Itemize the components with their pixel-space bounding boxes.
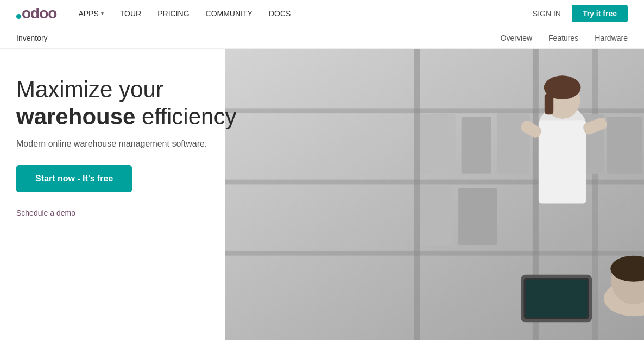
people-illustration <box>225 49 644 340</box>
nav-tour[interactable]: TOUR <box>120 9 141 18</box>
svg-rect-20 <box>225 108 644 113</box>
inventory-title: Inventory <box>16 34 48 42</box>
secondary-nav-links: Overview Features Hardware <box>501 34 628 42</box>
svg-rect-35 <box>539 120 586 203</box>
logo-text: odoo <box>16 5 56 22</box>
svg-rect-34 <box>545 93 553 114</box>
hero-section: Maximize your warehouse efficiency Moder… <box>0 49 644 340</box>
nav-overview[interactable]: Overview <box>501 34 532 42</box>
svg-rect-22 <box>225 251 644 256</box>
apps-chevron-icon: ▾ <box>101 10 104 16</box>
nav-hardware[interactable]: Hardware <box>595 34 628 42</box>
try-free-button[interactable]: Try it free <box>572 5 628 22</box>
hero-subtext: Modern online warehouse management softw… <box>16 139 236 149</box>
nav-docs[interactable]: DOCS <box>269 9 291 18</box>
nav-pricing[interactable]: PRICING <box>157 9 189 18</box>
top-navigation: odoo APPS ▾ TOUR PRICING COMMUNITY DOCS … <box>0 0 644 27</box>
secondary-navigation: Inventory Overview Features Hardware <box>0 27 644 49</box>
hero-headline: Maximize your warehouse efficiency <box>16 76 236 131</box>
start-now-button[interactable]: Start now - It's free <box>16 165 132 192</box>
svg-rect-30 <box>458 188 497 245</box>
nav-community[interactable]: COMMUNITY <box>206 9 252 18</box>
schedule-demo-link[interactable]: Schedule a demo <box>16 209 236 217</box>
svg-rect-24 <box>462 117 491 174</box>
svg-rect-17 <box>414 49 420 340</box>
nav-links: APPS ▾ TOUR PRICING COMMUNITY DOCS <box>78 9 532 18</box>
svg-rect-29 <box>420 186 452 245</box>
sign-in-link[interactable]: SIGN IN <box>533 9 561 18</box>
nav-right-actions: SIGN IN Try it free <box>533 5 628 22</box>
svg-rect-43 <box>526 279 588 317</box>
svg-rect-23 <box>420 114 456 173</box>
hero-image <box>225 49 644 340</box>
hero-text-content: Maximize your warehouse efficiency Moder… <box>16 76 236 217</box>
svg-rect-28 <box>607 117 643 174</box>
nav-apps[interactable]: APPS ▾ <box>78 9 103 18</box>
nav-features[interactable]: Features <box>548 34 578 42</box>
svg-rect-19 <box>592 49 598 340</box>
logo[interactable]: odoo <box>16 5 56 22</box>
